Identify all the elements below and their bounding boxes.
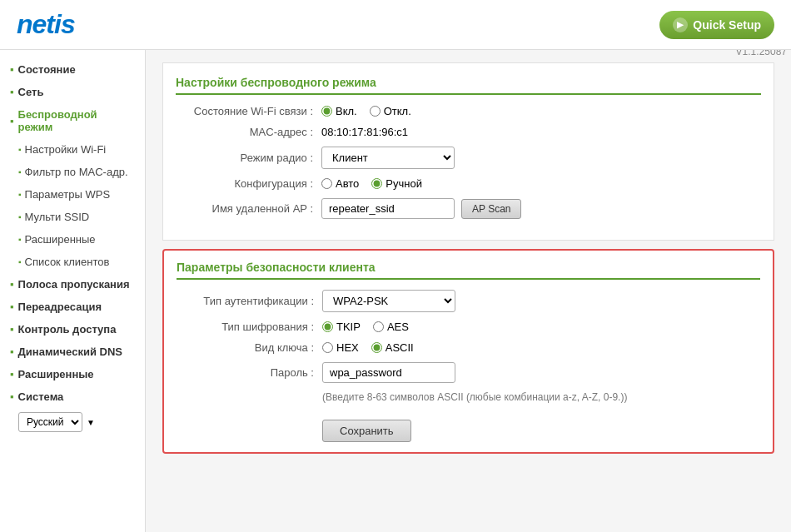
logo: netis (17, 9, 75, 40)
version-label: V1.1.25087 (736, 50, 787, 57)
security-section-title: Параметры безопасности клиента (177, 261, 760, 280)
ap-scan-button[interactable]: AP Scan (461, 199, 521, 219)
password-row: Пароль : (177, 362, 760, 383)
auth-type-row: Тип аутентификации : WPA2-PSK WPA-PSK WE… (177, 290, 760, 312)
radio-mode-control: Клиент (321, 147, 455, 169)
wifi-off-label: Откл. (384, 105, 411, 117)
sidebar-item-advanced2[interactable]: Расширенные (0, 363, 145, 385)
key-type-label: Вид ключа : (177, 341, 322, 354)
key-hex-option[interactable]: HEX (322, 341, 359, 354)
sidebar-item-bandwidth[interactable]: Полоса пропускания (0, 273, 145, 296)
header: netis ▶ Quick Setup (0, 0, 791, 50)
sidebar-item-advanced[interactable]: Расширенные (0, 228, 145, 251)
password-label: Пароль : (177, 366, 322, 379)
quick-setup-button[interactable]: ▶ Quick Setup (659, 11, 774, 39)
remote-ap-control: AP Scan (321, 198, 521, 219)
wifi-off-option[interactable]: Откл. (370, 105, 411, 117)
key-ascii-label: ASCII (386, 341, 414, 354)
remote-ap-label: Имя удаленной AP : (176, 202, 321, 215)
sidebar-item-client-list[interactable]: Список клиентов (0, 251, 145, 273)
radio-mode-label: Режим радио : (176, 152, 321, 164)
config-label: Конфигурация : (176, 177, 321, 190)
config-row: Конфигурация : Авто Ручной (176, 177, 761, 190)
sidebar-item-wps[interactable]: Параметры WPS (0, 183, 145, 206)
sidebar-item-wireless[interactable]: Беспроводной режим (0, 103, 145, 138)
config-auto-label: Авто (336, 177, 359, 190)
config-manual-option[interactable]: Ручной (371, 177, 422, 190)
config-manual-radio[interactable] (371, 178, 382, 189)
mac-label: MAC-адрес : (176, 126, 321, 138)
auth-type-control: WPA2-PSK WPA-PSK WEP None (322, 290, 455, 312)
enc-aes-option[interactable]: AES (373, 321, 409, 333)
remote-ap-input[interactable] (321, 198, 455, 219)
wifi-off-radio[interactable] (370, 106, 381, 117)
remote-ap-row: Имя удаленной AP : AP Scan (176, 198, 761, 219)
sidebar-item-dynamic-dns[interactable]: Динамический DNS (0, 341, 145, 363)
encryption-label: Тип шифрования : (177, 321, 322, 333)
language-selector[interactable]: Русский English ▼ (8, 412, 153, 432)
sidebar: Состояние Сеть Беспроводной режим Настро… (0, 50, 146, 532)
sidebar-item-status[interactable]: Состояние (0, 58, 145, 81)
save-button[interactable]: Сохранить (322, 420, 411, 442)
password-control (322, 362, 455, 383)
config-manual-label: Ручной (386, 177, 422, 190)
security-section: Параметры безопасности клиента Тип аутен… (162, 249, 774, 454)
mac-value-control: 08:10:17:81:96:c1 (321, 126, 408, 138)
wifi-on-label: Вкл. (336, 105, 357, 117)
sidebar-item-redirect[interactable]: Переадресация (0, 296, 145, 318)
config-auto-option[interactable]: Авто (321, 177, 359, 190)
config-auto-radio[interactable] (321, 178, 332, 189)
language-select-input[interactable]: Русский English (18, 412, 82, 432)
wifi-section-title: Настройки беспроводного режима (176, 76, 761, 95)
key-ascii-option[interactable]: ASCII (371, 341, 414, 354)
content-area: V1.1.25087 Настройки беспроводного режим… (146, 50, 791, 532)
config-control: Авто Ручной (321, 177, 422, 190)
key-hex-label: HEX (336, 341, 359, 354)
sidebar-item-system[interactable]: Система (0, 385, 145, 408)
password-hint: (Введите 8-63 символов ASCII (любые комб… (322, 391, 760, 403)
play-icon: ▶ (673, 17, 688, 32)
radio-mode-row: Режим радио : Клиент (176, 147, 761, 169)
enc-tkip-label: TKIP (336, 321, 361, 333)
wifi-section: Настройки беспроводного режима Состояние… (162, 62, 774, 241)
sidebar-item-mac-filter[interactable]: Фильтр по MAC-адр. (0, 161, 145, 183)
wifi-on-option[interactable]: Вкл. (321, 105, 357, 117)
enc-tkip-option[interactable]: TKIP (322, 321, 361, 333)
auth-type-select[interactable]: WPA2-PSK WPA-PSK WEP None (322, 290, 455, 312)
mac-value: 08:10:17:81:96:c1 (321, 126, 408, 138)
sidebar-item-access-control[interactable]: Контроль доступа (0, 318, 145, 341)
quick-setup-label: Quick Setup (693, 18, 761, 32)
main-layout: Состояние Сеть Беспроводной режим Настро… (0, 50, 791, 532)
wifi-status-control: Вкл. Откл. (321, 105, 411, 117)
wifi-status-row: Состояние Wi-Fi связи : Вкл. Откл. (176, 105, 761, 117)
mac-address-row: MAC-адрес : 08:10:17:81:96:c1 (176, 126, 761, 138)
enc-aes-label: AES (387, 321, 409, 333)
lang-dropdown-icon: ▼ (87, 418, 95, 427)
auth-type-label: Тип аутентификации : (177, 295, 322, 307)
radio-mode-select[interactable]: Клиент (321, 147, 455, 169)
key-type-control: HEX ASCII (322, 341, 414, 354)
sidebar-item-wifi-settings[interactable]: Настройки Wi-Fi (0, 138, 145, 161)
enc-aes-radio[interactable] (373, 321, 384, 332)
password-input[interactable] (322, 362, 455, 383)
encryption-row: Тип шифрования : TKIP AES (177, 321, 760, 333)
sidebar-item-network[interactable]: Сеть (0, 81, 145, 103)
enc-tkip-radio[interactable] (322, 321, 333, 332)
key-ascii-radio[interactable] (371, 342, 382, 353)
wifi-status-label: Состояние Wi-Fi связи : (176, 105, 321, 117)
encryption-control: TKIP AES (322, 321, 409, 333)
sidebar-item-multi-ssid[interactable]: Мульти SSID (0, 206, 145, 228)
wifi-on-radio[interactable] (321, 106, 332, 117)
key-hex-radio[interactable] (322, 342, 333, 353)
key-type-row: Вид ключа : HEX ASCII (177, 341, 760, 354)
